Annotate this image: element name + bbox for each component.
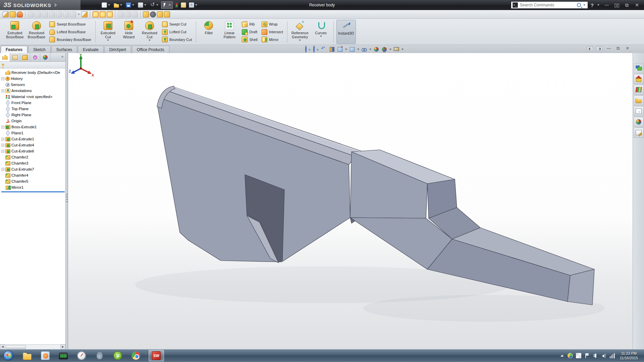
minimize-button[interactable]: — bbox=[603, 3, 610, 7]
revolved-boss-base-button[interactable]: Revolved Boss/Base bbox=[26, 20, 47, 44]
tree-item-chamfer5[interactable]: Chamfer5 bbox=[1, 178, 65, 184]
dimxpertmanager-tab[interactable] bbox=[30, 53, 40, 61]
instant3d-button[interactable]: Instant3D bbox=[336, 20, 356, 44]
taskbar-media-player[interactable] bbox=[38, 350, 53, 361]
show-hidden-icons[interactable] bbox=[559, 353, 565, 358]
help-button[interactable]: ? bbox=[591, 2, 594, 8]
close-button[interactable]: ✕ bbox=[633, 3, 641, 7]
forum-tab[interactable] bbox=[634, 63, 644, 73]
scroll-right-icon[interactable]: ▶ bbox=[60, 345, 65, 349]
mirror-button[interactable]: Mirror bbox=[260, 36, 284, 43]
intersect-button[interactable]: Intersect bbox=[260, 28, 284, 36]
search-input[interactable] bbox=[519, 2, 576, 8]
apply-scene-dropdown-icon[interactable] bbox=[389, 49, 391, 50]
appearances-scenes-tab[interactable] bbox=[634, 117, 644, 127]
tab-surfaces[interactable]: Surfaces bbox=[51, 46, 77, 53]
tree-item-mirror1[interactable]: Mirror1 bbox=[1, 184, 65, 190]
expand-icon[interactable]: + bbox=[1, 126, 4, 129]
power-plug-icon[interactable] bbox=[593, 353, 598, 358]
view-palette-tab[interactable] bbox=[634, 106, 644, 116]
file-explorer-tab[interactable] bbox=[634, 95, 644, 105]
standard-view-2-icon[interactable] bbox=[100, 11, 106, 17]
search-icon[interactable] bbox=[577, 3, 581, 7]
curves-button[interactable]: Curves bbox=[311, 20, 331, 44]
display-style-dropdown-icon[interactable] bbox=[357, 49, 359, 50]
move-component-icon[interactable] bbox=[63, 11, 69, 17]
tree-item-boss-extrude1[interactable]: +Boss-Extrude1 bbox=[1, 124, 65, 130]
standard-view-3-icon[interactable] bbox=[107, 11, 113, 17]
tree-item-origin[interactable]: Origin bbox=[1, 118, 65, 124]
edit-appearance-icon[interactable] bbox=[373, 46, 379, 52]
action-center-icon[interactable] bbox=[584, 353, 590, 358]
tree-filter-bar[interactable] bbox=[0, 62, 65, 69]
rotate-component-icon[interactable] bbox=[70, 11, 76, 17]
boundary-cut-button[interactable]: Boundary Cut bbox=[161, 36, 193, 43]
undo-button[interactable] bbox=[149, 1, 160, 9]
zoom-to-fit-icon[interactable] bbox=[305, 46, 311, 52]
display-style-icon[interactable] bbox=[349, 46, 355, 52]
tree-item-right-plane[interactable]: Right Plane bbox=[1, 112, 65, 118]
rib-button[interactable]: Rib bbox=[240, 20, 259, 28]
view-settings-icon[interactable] bbox=[393, 46, 399, 52]
no-entry-icon[interactable] bbox=[150, 11, 156, 17]
volume-icon[interactable] bbox=[601, 353, 606, 358]
hole-wizard-button[interactable]: Hole Wizard bbox=[119, 20, 139, 44]
view-orientation-icon[interactable] bbox=[3, 11, 9, 17]
search-scope-icon[interactable]: >_ bbox=[513, 2, 518, 8]
network-icon[interactable] bbox=[609, 353, 615, 358]
exploded-view-icon[interactable] bbox=[28, 11, 34, 17]
apply-scene-icon[interactable] bbox=[381, 46, 387, 52]
extruded-cut-dropdown-icon[interactable] bbox=[107, 40, 109, 41]
fillet-button[interactable]: Fillet bbox=[199, 20, 218, 44]
menu-expand-arrow-icon[interactable] bbox=[55, 3, 57, 7]
tab-sketch[interactable]: Sketch bbox=[28, 46, 51, 53]
reference-geometry-button[interactable]: Reference Geometry bbox=[290, 20, 310, 44]
previous-pane-icon[interactable]: ◧ bbox=[587, 46, 593, 51]
minimize-document-icon[interactable]: — bbox=[606, 46, 612, 51]
extruded-cut-button[interactable]: Extruded Cut bbox=[98, 20, 118, 44]
select-tool-button[interactable] bbox=[161, 1, 173, 9]
view-orientation-icon[interactable] bbox=[337, 46, 343, 52]
revolved-cut-dropdown-icon[interactable] bbox=[149, 40, 151, 41]
assembly-features-icon[interactable] bbox=[17, 11, 23, 17]
tree-item-cut-extrude6[interactable]: +Cut-Extrude6 bbox=[1, 148, 65, 154]
edit-component-icon[interactable] bbox=[49, 11, 55, 17]
expand-icon[interactable]: + bbox=[1, 168, 4, 171]
new-document-button[interactable] bbox=[101, 1, 112, 9]
tree-item-cut-extrude1[interactable]: +Cut-Extrude1 bbox=[1, 136, 65, 142]
tree-item-top-plane[interactable]: Top Plane bbox=[1, 106, 65, 112]
revolved-cut-button[interactable]: Revolved Cut bbox=[140, 20, 159, 44]
graphics-viewport[interactable]: Y X Z bbox=[68, 53, 633, 349]
appearance-icon[interactable] bbox=[56, 11, 62, 17]
tab-evaluate[interactable]: Evaluate bbox=[78, 46, 104, 53]
scrollbar-thumb[interactable] bbox=[6, 345, 26, 349]
taskbar-chrome[interactable] bbox=[128, 350, 144, 361]
extruded-boss-base-button[interactable]: Extruded Boss/Base bbox=[5, 20, 25, 44]
search-commands-box[interactable]: >_ bbox=[511, 1, 588, 9]
rollback-bar[interactable] bbox=[1, 191, 65, 192]
scroll-left-icon[interactable]: ◀ bbox=[0, 345, 5, 349]
wrap-button[interactable]: Wrap bbox=[260, 20, 284, 28]
tree-item-front-plane[interactable]: Front Plane bbox=[1, 100, 65, 106]
taskbar-solidworks[interactable]: SW bbox=[149, 350, 164, 361]
draft-button[interactable]: Draft bbox=[240, 28, 259, 36]
select-dropdown-icon[interactable] bbox=[169, 4, 171, 6]
hide-show-dropdown-icon[interactable] bbox=[369, 49, 371, 50]
windows-flag-icon[interactable] bbox=[576, 353, 581, 358]
panel-horizontal-scrollbar[interactable]: ◀ ▶ bbox=[0, 344, 65, 349]
open-document-button[interactable] bbox=[113, 1, 124, 9]
shaded-with-edges-icon[interactable] bbox=[10, 11, 16, 17]
expand-icon[interactable]: + bbox=[1, 89, 4, 92]
tab-features[interactable]: Features bbox=[1, 46, 28, 53]
tree-item-annotations[interactable]: +Annotations bbox=[1, 88, 65, 94]
open-dropdown-icon[interactable] bbox=[120, 4, 122, 6]
next-pane-icon[interactable]: ◨ bbox=[596, 46, 602, 51]
taskbar-water-drop-app[interactable] bbox=[92, 350, 107, 361]
previous-view-icon[interactable] bbox=[321, 46, 327, 52]
tab-dimxpert[interactable]: DimXpert bbox=[104, 46, 131, 53]
undo-dropdown-icon[interactable] bbox=[156, 4, 158, 6]
tree-item-chamfer3[interactable]: Chamfer3 bbox=[1, 160, 65, 166]
print-button[interactable] bbox=[137, 1, 148, 9]
section-view-icon[interactable] bbox=[329, 46, 335, 52]
view-settings-dropdown-icon[interactable] bbox=[401, 49, 404, 50]
